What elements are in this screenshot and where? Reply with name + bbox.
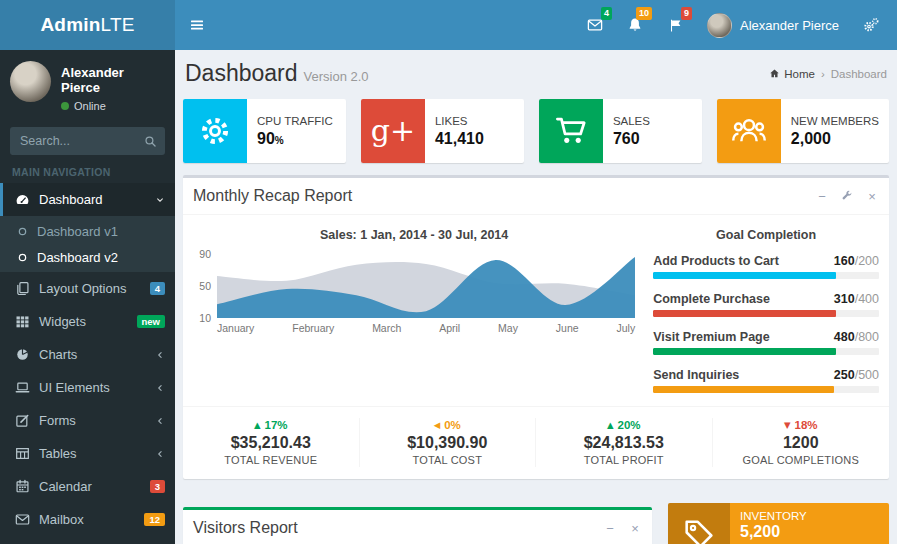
- info-box-likes: g+ LIKES 41,410: [361, 99, 524, 163]
- tasks-badge: 9: [681, 7, 692, 20]
- sidebar-item-charts[interactable]: Charts: [0, 338, 175, 371]
- breadcrumb-current: Dashboard: [831, 68, 887, 80]
- logo[interactable]: AdminLTE: [0, 0, 175, 50]
- google-plus-icon: g+: [361, 99, 425, 163]
- collapse-button[interactable]: −: [603, 521, 617, 535]
- search-input[interactable]: [10, 127, 135, 155]
- goal-visit-premium: Visit Premium Page480/800: [653, 330, 879, 355]
- sidebar-item-mailbox[interactable]: Mailbox 12: [0, 503, 175, 536]
- settings-button[interactable]: [840, 189, 854, 203]
- sidebar-item-tables[interactable]: Tables: [0, 437, 175, 470]
- info-box-sales: SALES 760: [539, 99, 702, 163]
- layout-options-badge: 4: [150, 282, 165, 296]
- sales-chart-canvas: [217, 254, 635, 318]
- inventory-label: INVENTORY: [740, 510, 879, 522]
- messages-menu[interactable]: 4: [575, 0, 615, 50]
- goal-add-products: Add Products to Cart160/200: [653, 254, 879, 279]
- stat-total-cost: ◀0% $10,390.90 TOTAL COST: [360, 418, 537, 467]
- monthly-recap-box: Monthly Recap Report − × Sales: 1 Jan, 2…: [183, 175, 889, 479]
- info-box-row: CPU TRAFFIC 90% g+ LIKES 41,410 SALES 7: [183, 99, 889, 163]
- stat-goal-completions: ▼18% 1200 GOAL COMPLETIONS: [713, 418, 890, 467]
- sidebar-section-label: MAIN NAVIGATION: [0, 155, 175, 183]
- info-box-label: SALES: [613, 115, 650, 127]
- page-title: DashboardVersion 2.0: [185, 60, 369, 87]
- hamburger-icon: [189, 17, 205, 33]
- close-button[interactable]: ×: [628, 521, 642, 535]
- info-box-value: 90%: [257, 130, 333, 148]
- logo-bold: Admin: [40, 14, 100, 36]
- minus-icon: −: [606, 521, 614, 536]
- sidebar-item-layout-options[interactable]: Layout Options 4: [0, 272, 175, 305]
- info-box-value: 41,410: [435, 130, 484, 148]
- goal-completion-column: Goal Completion Add Products to Cart160/…: [649, 225, 879, 406]
- control-sidebar-toggle[interactable]: [851, 0, 891, 50]
- envelope-icon: [15, 512, 30, 527]
- caret-up-icon: ▲: [254, 420, 261, 430]
- stat-total-revenue: ▲17% $35,210.43 TOTAL REVENUE: [183, 418, 360, 467]
- sidebar-item-dashboard-v2[interactable]: Dashboard v2: [0, 244, 175, 270]
- mailbox-badge: 12: [144, 513, 165, 527]
- chart-y-axis-labels: 905010: [193, 248, 217, 324]
- sidebar-user-status[interactable]: Online: [61, 100, 165, 112]
- notifications-menu[interactable]: 10: [615, 0, 655, 50]
- stat-total-profit: ▲20% $24,813.53 TOTAL PROFIT: [536, 418, 713, 467]
- home-icon: [769, 68, 780, 79]
- progress-bar: [653, 272, 879, 279]
- shopping-cart-icon: [539, 99, 603, 163]
- pie-chart-icon: [15, 347, 30, 362]
- widgets-badge: new: [137, 315, 165, 329]
- breadcrumb: Home › Dashboard: [769, 68, 887, 80]
- sidebar-user-panel: Alexander Pierce Online: [0, 50, 175, 122]
- calendar-icon: [15, 479, 30, 494]
- sidebar-avatar: [10, 61, 51, 102]
- sidebar-item-dashboard[interactable]: Dashboard: [0, 183, 175, 216]
- navbar-right: 4 10 9 Alexander Pierce: [575, 0, 897, 50]
- goal-completion-title: Goal Completion: [653, 228, 879, 242]
- info-box-label: LIKES: [435, 115, 484, 127]
- caret-down-icon: ▼: [784, 420, 791, 430]
- chevron-down-icon: [155, 195, 165, 205]
- visitors-report-header: Visitors Report − ×: [183, 510, 652, 544]
- collapse-button[interactable]: −: [815, 189, 829, 203]
- search-button[interactable]: [135, 127, 165, 155]
- chevron-left-icon: [155, 383, 165, 393]
- notifications-badge: 10: [636, 7, 652, 20]
- monthly-recap-body: Sales: 1 Jan, 2014 - 30 Jul, 2014 905010…: [183, 215, 889, 406]
- messages-badge: 4: [601, 7, 612, 20]
- info-box-cpu-traffic: CPU TRAFFIC 90%: [183, 99, 346, 163]
- calendar-badge: 3: [150, 480, 165, 494]
- sidebar-search: [10, 127, 165, 155]
- inventory-value: 5,200: [740, 523, 879, 541]
- page-subtitle: Version 2.0: [304, 69, 369, 84]
- users-icon: [717, 99, 781, 163]
- progress-bar: [653, 386, 879, 393]
- tasks-menu[interactable]: 9: [655, 0, 695, 50]
- info-box-value: 2,000: [791, 130, 879, 148]
- user-avatar: [707, 13, 732, 38]
- info-box-label: NEW MEMBERS: [791, 115, 879, 127]
- box-tools: − ×: [815, 189, 879, 203]
- sidebar-item-widgets[interactable]: Widgets new: [0, 305, 175, 338]
- sidebar-toggle[interactable]: [175, 0, 219, 50]
- caret-left-icon: ◀: [434, 420, 441, 430]
- goal-complete-purchase: Complete Purchase310/400: [653, 292, 879, 317]
- close-button[interactable]: ×: [865, 189, 879, 203]
- goal-send-inquiries: Send Inquiries250/500: [653, 368, 879, 393]
- logo-light: LTE: [101, 14, 135, 36]
- box-title: Monthly Recap Report: [193, 187, 352, 205]
- sidebar-item-calendar[interactable]: Calendar 3: [0, 470, 175, 503]
- sidebar-item-examples[interactable]: Examples: [0, 536, 175, 544]
- search-icon: [144, 135, 157, 148]
- files-icon: [15, 281, 30, 296]
- breadcrumb-home-link[interactable]: Home: [769, 68, 815, 80]
- bottom-row: Visitors Report − ×: [183, 495, 889, 544]
- main-header: AdminLTE 4 10 9 Alexander Pierce: [0, 0, 897, 50]
- chevron-left-icon: [155, 350, 165, 360]
- sidebar-item-dashboard-v1[interactable]: Dashboard v1: [0, 218, 175, 244]
- sidebar-item-forms[interactable]: Forms: [0, 404, 175, 437]
- sidebar-user-name: Alexander Pierce: [61, 65, 165, 95]
- sidebar-item-ui-elements[interactable]: UI Elements: [0, 371, 175, 404]
- info-box-label: CPU TRAFFIC: [257, 115, 333, 127]
- wrench-icon: [841, 190, 853, 202]
- user-menu[interactable]: Alexander Pierce: [695, 0, 851, 50]
